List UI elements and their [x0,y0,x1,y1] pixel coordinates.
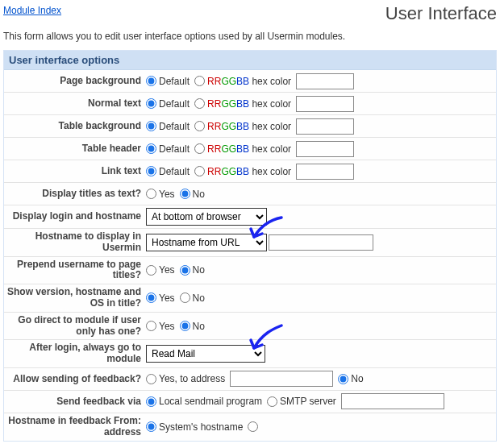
lbl-version-os: Show version, hostname and OS in title? [6,287,146,309]
hostname-feedback-other-radio[interactable] [248,421,258,432]
direct-no-radio[interactable] [180,321,190,331]
hex-label: RRGGBB hex color [207,166,291,177]
hostname-display-input[interactable] [269,234,373,251]
hostname-display-select[interactable]: Hostname from URL [146,234,267,251]
row-page-background: Page background Default RRGGBB hex color [4,70,496,93]
row-send-feedback-via: Send feedback via Local sendmail program… [4,391,496,413]
row-version-os: Show version, hostname and OS in title? … [4,284,496,313]
table-header-default-radio[interactable] [146,143,156,154]
row-login-hostname: Display login and hostname At bottom of … [4,205,496,229]
page-bg-default-radio[interactable] [146,76,156,86]
row-hostname-feedback: Hostname in feedback From: address Syste… [4,413,496,441]
feedback-sendmail-radio[interactable] [146,396,156,407]
lbl-login-hostname: Display login and hostname [6,211,146,222]
table-bg-hex-radio[interactable] [194,121,205,131]
normal-text-hex-radio[interactable] [194,98,205,109]
hex-label: RRGGBB hex color [207,121,291,132]
row-titles-as-text: Display titles as text? Yes No [4,183,496,205]
page-bg-hex-input[interactable] [296,73,354,89]
titles-text-no-radio[interactable] [180,189,190,199]
lbl-allow-feedback: Allow sending of feedback? [6,374,146,385]
hex-label: RRGGBB hex color [207,143,291,155]
lbl-table-header: Table header [6,143,146,155]
page-bg-hex-radio[interactable] [194,76,205,86]
panel-title: User interface options [4,51,496,70]
table-header-hex-radio[interactable] [194,143,205,154]
login-hostname-select[interactable]: At bottom of browser [146,208,267,226]
version-no-radio[interactable] [180,292,190,303]
after-login-select[interactable]: Read Mail [146,345,265,363]
feedback-no-radio[interactable] [338,374,348,384]
hex-label: RRGGBB hex color [207,76,291,87]
prepend-yes-radio[interactable] [146,265,156,276]
titles-text-yes-radio[interactable] [146,189,156,199]
smtp-server-input[interactable] [341,393,444,409]
feedback-smtp-radio[interactable] [267,396,277,407]
link-text-default-radio[interactable] [146,166,156,176]
lbl-titles-as-text: Display titles as text? [6,189,146,200]
normal-text-hex-input[interactable] [296,96,354,112]
row-normal-text: Normal text Default RRGGBB hex color [4,93,496,115]
row-go-direct: Go direct to module if user only has one… [4,313,496,341]
table-header-hex-input[interactable] [296,141,354,157]
row-after-login: After login, always go to module Read Ma… [4,340,496,368]
opt-default: Default [159,76,190,87]
hex-label: RRGGBB hex color [207,98,291,110]
hostname-feedback-system-radio[interactable] [146,421,156,432]
row-table-header: Table header Default RRGGBB hex color [4,138,496,160]
page-title: User Interface [385,3,497,24]
direct-yes-radio[interactable] [146,321,156,331]
lbl-table-background: Table background [6,121,146,132]
row-prepend-username: Prepend username to page titles? Yes No [4,257,496,285]
row-table-background: Table background Default RRGGBB hex colo… [4,115,496,138]
feedback-yes-radio[interactable] [146,374,156,384]
row-hostname-display: Hostname to display in Usermin Hostname … [4,229,496,257]
lbl-page-background: Page background [6,76,146,87]
lbl-prepend-username: Prepend username to page titles? [6,259,146,282]
lbl-hostname-display: Hostname to display in Usermin [6,231,146,254]
version-yes-radio[interactable] [146,292,156,303]
lbl-link-text: Link text [6,166,146,177]
row-link-text: Link text Default RRGGBB hex color [4,160,496,183]
prepend-no-radio[interactable] [180,265,190,276]
lbl-hostname-feedback: Hostname in feedback From: address [6,416,146,438]
lbl-send-feedback-via: Send feedback via [6,396,146,408]
lbl-go-direct: Go direct to module if user only has one… [6,315,146,338]
row-allow-feedback: Allow sending of feedback? Yes, to addre… [4,368,496,391]
lbl-normal-text: Normal text [6,98,146,110]
module-index-link[interactable]: Module Index [3,3,61,16]
normal-text-default-radio[interactable] [146,98,156,109]
feedback-address-input[interactable] [230,371,333,387]
table-bg-hex-input[interactable] [296,118,354,135]
link-text-hex-radio[interactable] [194,166,205,176]
options-panel: User interface options Page background D… [3,50,497,442]
lbl-after-login: After login, always go to module [6,342,146,365]
table-bg-default-radio[interactable] [146,121,156,131]
intro-text: This form allows you to edit user interf… [3,31,497,42]
link-text-hex-input[interactable] [296,164,354,180]
